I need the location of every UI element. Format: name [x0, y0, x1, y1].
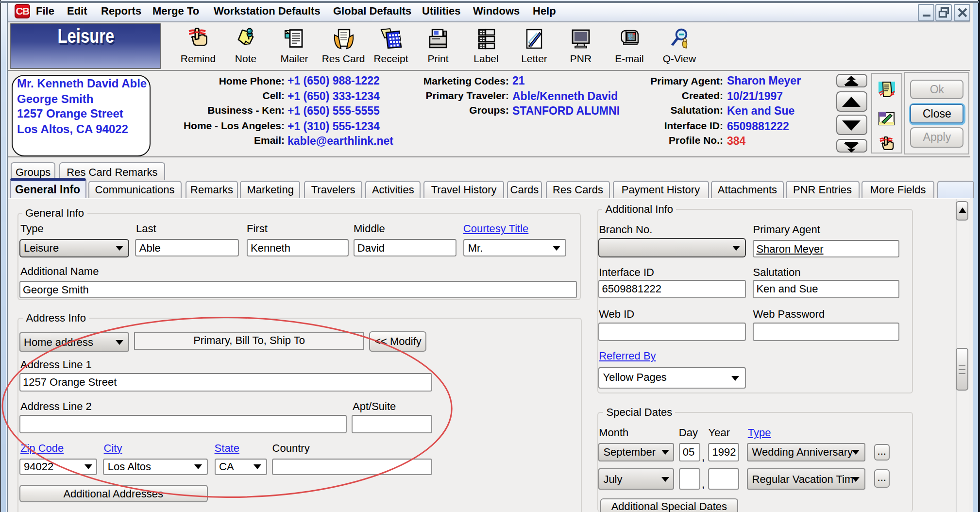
svg-text:$s: $s — [629, 36, 634, 41]
